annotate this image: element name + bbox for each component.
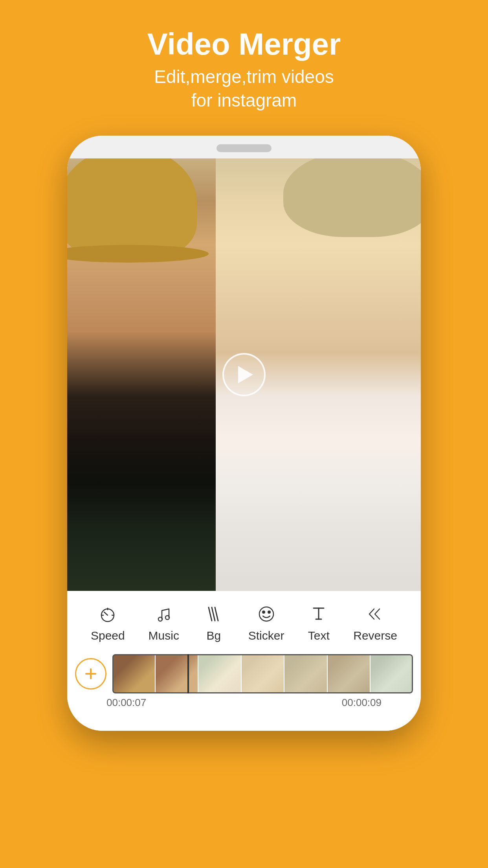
text-svg	[309, 604, 328, 624]
svg-point-8	[268, 611, 270, 613]
svg-point-7	[262, 611, 265, 613]
hat-left	[67, 158, 197, 257]
music-svg	[154, 604, 174, 624]
timestamp-end: 00:00:09	[342, 697, 382, 709]
bg-svg	[204, 604, 224, 624]
video-area[interactable]	[67, 158, 421, 591]
svg-line-5	[215, 607, 218, 621]
timeline-track[interactable]	[112, 654, 413, 693]
sticker-label: Sticker	[248, 629, 284, 642]
app-title: Video Merger	[147, 28, 341, 61]
add-icon	[83, 666, 99, 682]
sticker-svg	[257, 604, 276, 624]
timeline-frames	[112, 654, 413, 693]
phone-bottom	[67, 715, 421, 731]
timeline-frame-7	[371, 654, 413, 693]
text-label: Text	[308, 629, 330, 642]
toolbar-item-reverse[interactable]: Reverse	[353, 603, 397, 642]
hat-right	[283, 158, 421, 237]
timeline-timestamps: 00:00:07 00:00:09	[67, 693, 421, 715]
app-subtitle: Edit,merge,trim videosfor instagram	[154, 65, 334, 112]
bg-label: Bg	[207, 629, 221, 642]
text-icon	[308, 603, 330, 625]
svg-line-4	[212, 607, 215, 621]
music-icon	[153, 603, 175, 625]
play-button[interactable]	[222, 353, 266, 396]
speed-svg	[98, 604, 117, 624]
toolbar-item-bg[interactable]: Bg	[203, 603, 225, 642]
reverse-label: Reverse	[353, 629, 397, 642]
timeline-frame-2	[156, 654, 198, 693]
reverse-icon	[364, 603, 386, 625]
reverse-svg	[365, 604, 385, 624]
toolbar-item-text[interactable]: Text	[308, 603, 330, 642]
timeline-frame-6	[328, 654, 370, 693]
toolbar-item-speed[interactable]: Speed	[91, 603, 125, 642]
toolbar-item-sticker[interactable]: Sticker	[248, 603, 284, 642]
phone-mockup: Speed Music Bg	[67, 136, 421, 731]
timeline-frame-3	[198, 654, 241, 693]
music-label: Music	[149, 629, 179, 642]
timestamp-start: 00:00:07	[106, 697, 146, 709]
timeline-frame-5	[284, 654, 327, 693]
timeline-frame-1	[112, 654, 155, 693]
play-triangle-icon	[238, 366, 253, 383]
toolbar: Speed Music Bg	[67, 591, 421, 650]
add-clip-button[interactable]	[75, 658, 106, 690]
timeline-frame-4	[242, 654, 284, 693]
sticker-icon	[255, 603, 277, 625]
svg-line-3	[209, 607, 212, 621]
phone-speaker	[216, 144, 272, 152]
timeline-playhead	[187, 654, 189, 693]
header-section: Video Merger Edit,merge,trim videosfor i…	[147, 0, 341, 136]
speed-label: Speed	[91, 629, 125, 642]
bg-icon	[203, 603, 225, 625]
phone-top-bar	[67, 136, 421, 158]
speed-icon	[97, 603, 119, 625]
timeline-section	[67, 650, 421, 693]
toolbar-item-music[interactable]: Music	[149, 603, 179, 642]
svg-point-6	[259, 607, 273, 621]
